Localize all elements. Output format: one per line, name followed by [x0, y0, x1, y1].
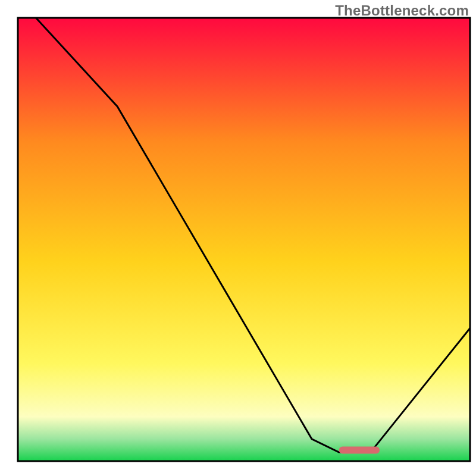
optimum-marker [339, 446, 380, 453]
chart-container: TheBottleneck.com [0, 0, 476, 476]
gradient-background [18, 18, 470, 461]
watermark-text: TheBottleneck.com [335, 2, 469, 19]
bottleneck-chart [0, 0, 476, 476]
